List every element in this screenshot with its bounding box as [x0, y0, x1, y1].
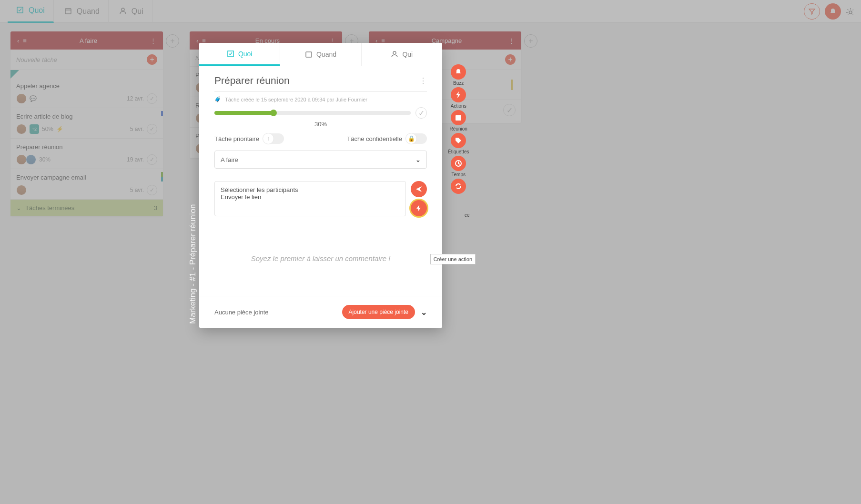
rail-label: ce [465, 212, 470, 218]
calendar-icon [455, 114, 462, 121]
modal-tab-quoi[interactable]: Quoi [199, 43, 280, 66]
progress-label: 30% [214, 121, 427, 128]
confidential-label: Tâche confidentielle [347, 135, 402, 142]
rail-etiquettes-button[interactable] [451, 133, 466, 148]
modal-tabs: Quoi Quand Qui [199, 43, 442, 66]
modal-tab-quand[interactable]: Quand [280, 43, 361, 66]
modal-menu-button[interactable]: ⋮ [419, 76, 427, 85]
modal-tab-qui[interactable]: Qui [362, 43, 442, 66]
no-attachment-label: Aucune pièce jointe [214, 309, 268, 316]
svg-rect-4 [306, 52, 312, 57]
rail-temps-button[interactable] [451, 156, 466, 171]
modal-title: Préparer réunion [214, 75, 415, 86]
progress-slider[interactable]: ✓ [214, 107, 427, 119]
tag-icon [455, 137, 462, 144]
task-modal: Quoi Quand Qui Préparer réunion ⋮ 🧳 Tâch… [199, 43, 442, 328]
calendar-icon [305, 50, 313, 58]
clock-icon [455, 160, 462, 167]
send-icon [415, 185, 423, 193]
checkbox-icon [227, 50, 234, 58]
bolt-icon [415, 204, 423, 212]
confidential-toggle[interactable]: 🔒 [406, 133, 427, 144]
chevron-down-icon: ⌄ [415, 156, 421, 163]
created-info: 🧳 Tâche créée le 15 septembre 2020 à 09:… [214, 96, 427, 102]
tooltip: Créer une action [430, 254, 476, 264]
send-button[interactable] [411, 181, 427, 197]
side-rail: Buzz Actions Réunion Étiquettes Temps [448, 64, 469, 194]
create-action-button[interactable] [411, 200, 427, 216]
comment-input[interactable]: Sélectionner les participants Envoyer le… [214, 181, 406, 216]
bolt-icon [455, 91, 462, 99]
person-icon [391, 50, 398, 58]
refresh-icon [455, 182, 462, 190]
briefcase-icon: 🧳 [214, 96, 221, 102]
add-attachment-button[interactable]: Ajouter une pièce jointe [342, 305, 415, 319]
rail-reunion-button[interactable] [451, 110, 466, 125]
svg-point-5 [393, 51, 396, 54]
lock-icon: 🔒 [405, 133, 417, 144]
bell-icon [455, 68, 462, 76]
complete-button[interactable]: ✓ [415, 107, 427, 119]
rail-recurrence-button[interactable] [451, 179, 466, 194]
status-select[interactable]: A faire ⌄ [214, 151, 427, 169]
rail-buzz-button[interactable] [451, 64, 466, 80]
priority-toggle[interactable]: ↑ [263, 133, 284, 144]
svg-rect-6 [456, 115, 461, 121]
rail-actions-button[interactable] [451, 87, 466, 102]
chevron-down-icon[interactable]: ⌄ [421, 308, 427, 317]
priority-label: Tâche prioritaire [214, 135, 259, 142]
breadcrumb-label: Marketing - #1 - Préparer réunion [188, 204, 198, 324]
empty-comments-label: Soyez le premier à laisser un commentair… [214, 254, 427, 262]
